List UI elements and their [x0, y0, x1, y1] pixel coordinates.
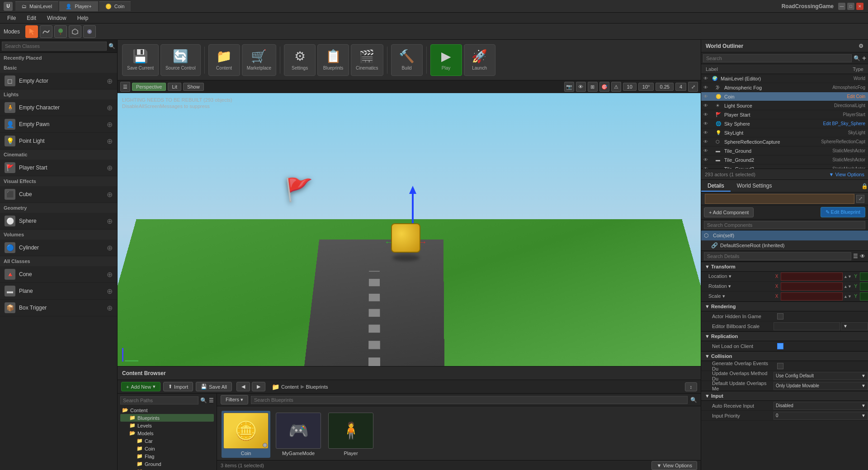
wo-item-tile-ground2[interactable]: 👁 ▬ Tile_Ground2 StaticMeshActor — [701, 155, 868, 164]
rot-x-spin[interactable]: ▲▼ — [844, 284, 852, 289]
folder-search-input[interactable] — [120, 396, 198, 404]
empty-pawn-add[interactable]: ⊕ — [107, 120, 113, 129]
save-all-button[interactable]: 💾 Save All — [196, 382, 232, 391]
back-button[interactable]: ◀ — [236, 382, 250, 391]
viewport-menu-button[interactable]: ☰ — [120, 82, 130, 92]
details-eye-icon[interactable]: 👁 — [860, 253, 865, 259]
source-control-button[interactable]: 🔄 Source Control — [160, 44, 201, 76]
actor-hidden-checkbox[interactable] — [777, 313, 783, 320]
build-button[interactable]: 🔨 Build — [391, 44, 423, 76]
coin-object[interactable]: → ← — [391, 186, 420, 261]
place-item-point-light[interactable]: 💡 Point Light ⊕ — [0, 133, 117, 150]
tab-details[interactable]: Details — [701, 181, 731, 192]
place-item-cylinder[interactable]: 🔵 Cylinder ⊕ — [0, 240, 117, 256]
details-lock-icon[interactable]: 🔒 — [861, 183, 868, 190]
section-basic[interactable]: Basic — [0, 63, 117, 73]
wo-item-tile-ground3[interactable]: 👁 ▬ Tile_Ground3 StaticMeshActor — [701, 164, 868, 169]
wi-vis-3[interactable]: 👁 — [701, 103, 710, 108]
auto-receive-dropdown[interactable]: Disabled ▼ — [774, 402, 868, 410]
wi-vis-7[interactable]: 👁 — [701, 139, 710, 144]
marketplace-button[interactable]: 🛒 Marketplace — [242, 44, 276, 76]
wo-item-atm-fog[interactable]: 👁 🌫 Atmospheric Fog AtmosphericFog — [701, 83, 868, 92]
wi-vis-8[interactable]: 👁 — [701, 148, 710, 153]
content-button[interactable]: 📁 Content — [208, 44, 240, 76]
tab-world-settings[interactable]: World Settings — [731, 181, 778, 192]
wi-vis-9[interactable]: 👁 — [701, 157, 710, 162]
grid-detail-value[interactable]: 4 — [675, 83, 686, 91]
launch-button[interactable]: 🚀 Launch — [464, 44, 495, 76]
rot-x-input[interactable]: 0.0° — [781, 282, 843, 291]
update-overlaps-dropdown[interactable]: Use Config Default ▼ — [774, 372, 868, 380]
lit-button[interactable]: Lit — [168, 83, 181, 91]
scale-value[interactable]: 0.25 — [656, 83, 673, 91]
mode-paint-button[interactable] — [83, 25, 96, 38]
menu-edit[interactable]: Edit — [22, 14, 41, 22]
grid-size-value[interactable]: 10 — [623, 83, 637, 91]
breadcrumb-blueprints[interactable]: Blueprints — [306, 384, 328, 390]
wo-add-icon[interactable]: + — [862, 54, 866, 62]
place-item-empty-character[interactable]: 🧍 Empty Character ⊕ — [0, 99, 117, 116]
folder-content[interactable]: 📂 Content — [120, 406, 214, 414]
wo-item-sphere-reflection[interactable]: 👁 ⬡ SphereReflectionCapture SphereReflec… — [701, 137, 868, 146]
generate-overlap-checkbox[interactable] — [777, 363, 783, 369]
place-item-player-start[interactable]: 🚩 Player Start ⊕ — [0, 160, 117, 176]
assets-view-options-button[interactable]: ▼ View Options — [651, 461, 697, 470]
loc-y-input[interactable]: -100.0 — [860, 273, 868, 281]
menu-help[interactable]: Help — [73, 14, 93, 22]
add-component-button[interactable]: + Add Component — [704, 207, 754, 217]
wo-item-sky-sphere[interactable]: 👁 🌐 Sky Sphere Edit BP_Sky_Sphere — [701, 119, 868, 128]
perspective-button[interactable]: Perspective — [132, 83, 166, 91]
tab-coin[interactable]: 🪙 Coin — [99, 1, 131, 11]
folder-coin[interactable]: 📁 Coin — [120, 445, 214, 452]
edit-blueprint-button[interactable]: ✎ Edit Blueprint — [821, 207, 865, 217]
wi-vis-4[interactable]: 👁 — [701, 112, 710, 117]
loc-x-spin[interactable]: ▲▼ — [844, 274, 852, 279]
wo-item-player-start[interactable]: 👁 🚩 Player Start PlayerStart — [701, 110, 868, 119]
wo-item-coin[interactable]: 👁 🪙 Coin Edit Coin — [701, 92, 868, 101]
asset-item-mygamemode[interactable]: 🎮 MyGameMode — [274, 411, 323, 458]
wo-item-light-source[interactable]: 👁 ☀ Light Source DirectionalLight — [701, 101, 868, 110]
default-update-dropdown[interactable]: Only Update Movable ▼ — [774, 382, 868, 390]
place-item-box-trigger[interactable]: 📦 Box Trigger ⊕ — [0, 300, 117, 316]
folder-car[interactable]: 📁 Car — [120, 437, 214, 445]
mode-landscape-button[interactable] — [40, 25, 52, 38]
place-item-plane[interactable]: ▬ Plane ⊕ — [0, 283, 117, 300]
tab-player[interactable]: 👤 Player+ — [59, 1, 98, 11]
details-list-icon[interactable]: ☰ — [853, 253, 858, 259]
maximize-button[interactable]: □ — [847, 3, 854, 10]
section-all-classes[interactable]: All Classes — [0, 256, 117, 266]
wo-view-options-button[interactable]: ▼ View Options — [829, 172, 864, 177]
cinematics-button[interactable]: 🎬 Cinematics — [351, 44, 383, 76]
place-item-empty-actor[interactable]: ◻ Empty Actor ⊕ — [0, 73, 117, 89]
net-load-checkbox[interactable] — [777, 343, 783, 349]
play-button[interactable]: ▶ Play — [430, 44, 462, 76]
section-cinematic[interactable]: Cinematic — [0, 150, 117, 160]
wi-vis-5[interactable]: 👁 — [701, 121, 710, 126]
mode-foliage-button[interactable] — [54, 25, 67, 38]
scale-x-spin[interactable]: ▲▼ — [844, 294, 852, 299]
tab-mainlevel[interactable]: 🗂 MainLevel — [15, 1, 58, 11]
blueprints-button[interactable]: 📋 Blueprints — [317, 44, 349, 76]
place-item-cone[interactable]: 🔺 Cone ⊕ — [0, 266, 117, 283]
wo-settings-icon[interactable]: ⚙ — [859, 43, 863, 49]
wo-search-input[interactable] — [703, 54, 852, 62]
mode-select-button[interactable] — [25, 25, 38, 38]
sphere-add[interactable]: ⊕ — [107, 217, 113, 226]
import-button[interactable]: ⬆ Import — [163, 382, 193, 391]
section-collision[interactable]: ▼ Collision — [701, 351, 868, 361]
section-lights[interactable]: Lights — [0, 89, 117, 99]
plane-add[interactable]: ⊕ — [107, 287, 113, 296]
rotation-value[interactable]: 10° — [638, 83, 654, 91]
place-item-cube[interactable]: ⬛ Cube ⊕ — [0, 186, 117, 203]
close-button[interactable]: ✕ — [856, 3, 863, 10]
empty-actor-add[interactable]: ⊕ — [107, 77, 113, 85]
folder-player[interactable]: 📁 Player — [120, 468, 214, 470]
viewport-maximize-icon[interactable]: ⤢ — [688, 82, 698, 92]
asset-item-coin[interactable]: 🪙 Coin — [222, 411, 270, 458]
section-transform[interactable]: ▼ Transform — [701, 262, 868, 272]
wi-vis-1[interactable]: 👁 — [701, 85, 710, 90]
search-classes-input[interactable] — [2, 42, 107, 51]
breadcrumb-content[interactable]: Content — [281, 384, 299, 390]
point-light-add[interactable]: ⊕ — [107, 137, 113, 146]
section-volumes[interactable]: Volumes — [0, 230, 117, 240]
